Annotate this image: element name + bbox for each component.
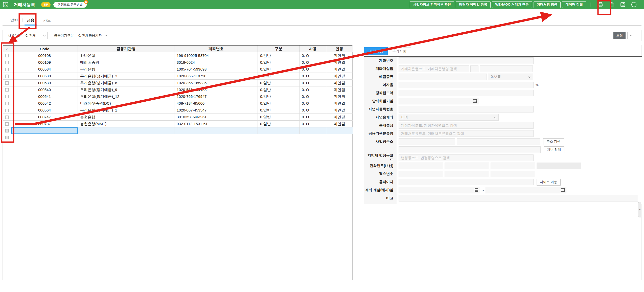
cell-type[interactable]: 0.일반: [258, 80, 300, 86]
cell-org-name[interactable]: 우리은행(정기예금)_3: [78, 73, 174, 80]
cell-use[interactable]: 0. O: [300, 114, 326, 121]
row-checkbox-cell[interactable]: [3, 134, 11, 141]
cell-link[interactable]: 미연결: [326, 73, 353, 80]
tab-additional-info[interactable]: 추가사항: [388, 47, 411, 55]
header-link[interactable]: 연동: [326, 46, 353, 52]
cell-account-no[interactable]: 408-7184-85600: [174, 100, 258, 107]
checklist-icon[interactable]: [619, 1, 626, 8]
row-checkbox[interactable]: [5, 129, 9, 132]
journal-input[interactable]: [399, 122, 534, 129]
account-no-input[interactable]: [399, 57, 534, 64]
header-org-name[interactable]: 금융기관명: [78, 46, 174, 52]
branch-code-input[interactable]: [470, 65, 478, 72]
biz-address-road-input[interactable]: [457, 138, 540, 145]
new-entry-link-cell[interactable]: [326, 127, 353, 134]
cell-code[interactable]: 000787: [11, 121, 78, 127]
cell-org-name[interactable]: 메리츠증권: [78, 59, 174, 66]
deposit-type-select[interactable]: 0.보통: [488, 74, 533, 80]
note-input[interactable]: [399, 195, 638, 201]
row-checkbox[interactable]: [5, 136, 9, 139]
row-checkbox-cell[interactable]: [3, 66, 11, 73]
cell-type[interactable]: 0.일반: [258, 114, 300, 121]
branch-name-input[interactable]: [480, 65, 533, 72]
cell-type[interactable]: 0.일반: [258, 93, 300, 100]
cell-account-no[interactable]: 1020-067-453547: [174, 107, 258, 114]
trash-icon[interactable]: [608, 1, 615, 8]
cell-code[interactable]: 000747: [11, 114, 78, 121]
row-checkbox[interactable]: [5, 122, 9, 126]
biz-address-detail-input[interactable]: [399, 146, 541, 153]
cell-org-name[interactable]: 농협은행(MMT): [78, 121, 174, 127]
use-filter-select[interactable]: 0. 전체: [23, 32, 48, 39]
header-account-no[interactable]: 계좌번호: [174, 46, 258, 52]
biz-reg-no-input[interactable]: [399, 106, 534, 113]
cell-link[interactable]: 미연결: [326, 107, 353, 114]
query-options-button[interactable]: [627, 32, 634, 39]
table-row[interactable]: 000108하나은행198-910025-537040.일반0. O미연결: [3, 52, 352, 59]
table-row[interactable]: 000540우리은행(정기예금)_91020-566-1541830.일반0. …: [3, 86, 352, 93]
row-checkbox-cell[interactable]: [3, 100, 11, 107]
cell-account-no[interactable]: 1020-766-176947: [174, 93, 258, 100]
table-row[interactable]: 000539우리은행(정기예금)_61020-366-1653360.일반0. …: [3, 80, 352, 86]
cell-type[interactable]: 0.일반: [258, 107, 300, 114]
branch-search-input[interactable]: [399, 65, 469, 72]
more-circle-icon[interactable]: [630, 1, 637, 8]
row-checkbox-cell[interactable]: [3, 73, 11, 80]
homepage-input[interactable]: [399, 179, 534, 185]
phone-prefix-input[interactable]: [445, 163, 489, 169]
cell-org-name[interactable]: 우리은행(정기예금)_1: [78, 107, 174, 114]
cell-link[interactable]: 미연결: [326, 121, 353, 127]
interest-input[interactable]: [399, 82, 534, 88]
cell-link[interactable]: 미연결: [326, 114, 353, 121]
data-sort-button[interactable]: 데이터 정렬: [562, 1, 586, 8]
cell-type[interactable]: 0.일반: [258, 73, 300, 80]
biz-address-zip-input[interactable]: [399, 138, 455, 145]
cell-org-name[interactable]: 우리은행: [78, 66, 174, 73]
cell-use[interactable]: 0. O: [300, 100, 326, 107]
cell-link[interactable]: 미연결: [326, 100, 353, 107]
header-use[interactable]: 사용: [300, 46, 326, 52]
row-checkbox[interactable]: [5, 54, 9, 57]
phone-area-input[interactable]: [399, 163, 443, 169]
cell-org-name[interactable]: 농협은행: [78, 114, 174, 121]
cell-use[interactable]: 0. O: [300, 66, 326, 73]
cell-use[interactable]: 0. O: [300, 86, 326, 93]
cell-account-no[interactable]: 1005-704-599693: [174, 66, 258, 73]
cell-code[interactable]: 000108: [11, 52, 78, 59]
table-row[interactable]: 000787농협은행(MMT)032-0112-1531-610.일반0. O미…: [3, 121, 352, 127]
new-entry-name-cell[interactable]: [78, 127, 174, 134]
table-row[interactable]: 000538우리은행(정기예금)_31020-066-1107200.일반0. …: [3, 73, 352, 80]
cell-code[interactable]: 000534: [11, 66, 78, 73]
new-entry-code-cell[interactable]: [11, 127, 78, 134]
verify-business-info-button[interactable]: 사업자정보 진위여부 확인: [410, 1, 454, 8]
row-checkbox[interactable]: [5, 81, 9, 85]
tab-basic-info[interactable]: 기본사항: [364, 47, 388, 55]
cell-code[interactable]: 000540: [11, 86, 78, 93]
cell-code[interactable]: 000538: [11, 73, 78, 80]
row-checkbox-cell[interactable]: [3, 52, 11, 59]
cell-link[interactable]: 미연결: [326, 52, 353, 59]
new-entry-account-cell[interactable]: [174, 127, 258, 134]
jibun-search-button[interactable]: 지번 검색: [544, 146, 564, 153]
row-checkbox[interactable]: [5, 102, 9, 105]
row-checkbox-cell[interactable]: [3, 59, 11, 66]
cell-org-name[interactable]: 미래에셋증권(DC): [78, 100, 174, 107]
calendar-icon[interactable]: [561, 188, 565, 192]
fax-area-input[interactable]: [399, 171, 443, 177]
cell-org-name[interactable]: 우리은행(정기예금)_9: [78, 86, 174, 93]
cell-code[interactable]: 000541: [11, 93, 78, 100]
row-checkbox[interactable]: [5, 109, 9, 112]
cell-org-name[interactable]: 우리은행(정기예금)_12: [78, 93, 174, 100]
cell-code[interactable]: 000109: [11, 59, 78, 66]
row-checkbox-cell[interactable]: [3, 121, 11, 127]
cell-use[interactable]: 0. O: [300, 80, 326, 86]
cell-org-name[interactable]: 우리은행(정기예금)_6: [78, 80, 174, 86]
calendar-icon[interactable]: [475, 188, 478, 192]
open-date-picker[interactable]: [397, 187, 480, 193]
panel-collapse-handle[interactable]: ◀: [638, 202, 641, 217]
printer-icon[interactable]: [597, 1, 604, 8]
vendor-name-lock-button[interactable]: 거래처명 잠금: [534, 1, 561, 8]
cell-account-no[interactable]: 1020-066-110720: [174, 73, 258, 80]
wehago-vendor-link-button[interactable]: WEHAGO 거래처 연동: [492, 1, 532, 8]
tab-financial[interactable]: 금융: [22, 15, 39, 25]
